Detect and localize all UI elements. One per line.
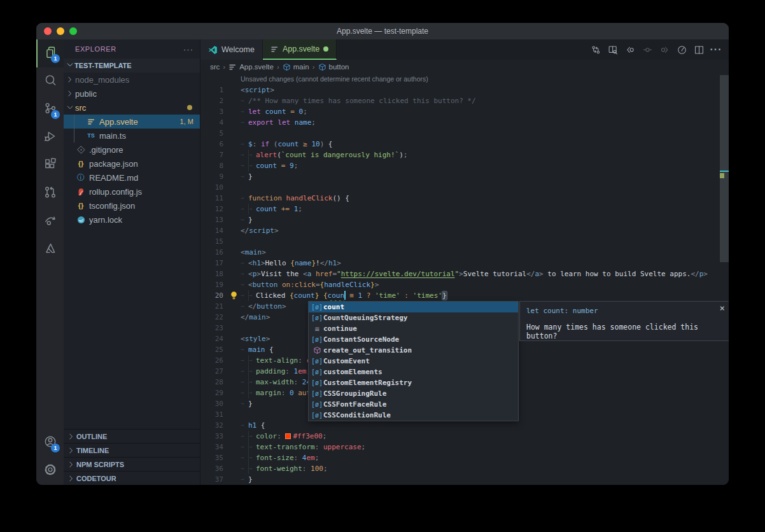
symbol-variable-icon: [ø]	[311, 401, 323, 408]
code-line[interactable]: 34→→text-transform: uppercase;	[200, 442, 729, 452]
code-line[interactable]: 16<main>	[200, 247, 729, 258]
code-line[interactable]: 1<script>	[200, 85, 729, 95]
title-bar[interactable]: App.svelte — test-template	[36, 23, 729, 39]
breadcrumb-item-button[interactable]: button	[318, 63, 349, 71]
svelte-file-icon	[85, 118, 97, 126]
breadcrumb-item-main[interactable]: main	[283, 63, 309, 71]
suggest-item-customElements[interactable]: [ø]customElements	[309, 367, 518, 377]
open-changes-icon[interactable]	[588, 42, 603, 57]
file-tree-item-rollup.config.js[interactable]: rollup.config.js	[64, 185, 200, 199]
open-preview-icon[interactable]	[605, 42, 621, 57]
suggest-item-create_out_transition[interactable]: create_out_transition	[309, 345, 518, 356]
code-line[interactable]: 8→→count = 9;	[200, 160, 729, 171]
code-line[interactable]: 2→/** How many times has someone clicked…	[200, 95, 729, 106]
line-number: 13	[200, 214, 223, 225]
suggest-item-ConstantSourceNode[interactable]: [ø]ConstantSourceNode	[309, 334, 518, 345]
code-line[interactable]: 37→}	[200, 474, 729, 485]
file-tree-item-yarn.lock[interactable]: yarn.lock	[64, 213, 200, 227]
split-editor-icon[interactable]	[691, 42, 706, 57]
activity-search-icon[interactable]	[36, 67, 64, 95]
symbol-module-icon	[311, 346, 323, 354]
code-line[interactable]: 6→$: if (count ≥ 10) {	[200, 139, 729, 150]
suggest-item-continue[interactable]: ≡continue	[309, 323, 518, 334]
code-line[interactable]: 7→→alert(`count is dangerously high!`);	[200, 150, 729, 160]
suggest-item-CSSFontFaceRule[interactable]: [ø]CSSFontFaceRule	[309, 399, 518, 410]
hover-signature: let count: number	[520, 302, 729, 315]
vscode-logo-icon	[208, 45, 218, 55]
code-line[interactable]: 19→<button on:click={handleClick}>	[200, 279, 729, 290]
file-tree-item-.gitignore[interactable]: .gitignore	[64, 143, 200, 157]
line-number: 25	[200, 344, 223, 355]
chevron-right-icon	[65, 89, 75, 98]
codelens-annotation[interactable]: Unsaved changes (cannot determine recent…	[200, 74, 729, 85]
breadcrumb-item-app-svelte[interactable]: App.svelte	[228, 63, 274, 71]
code-line[interactable]: 14</script>	[200, 225, 729, 236]
code-line[interactable]: 4→export let name;	[200, 117, 729, 128]
line-number: 26	[200, 355, 223, 366]
sidebar-panel-codetour[interactable]: CODETOUR	[64, 471, 200, 485]
more-actions-icon[interactable]: ···	[708, 42, 724, 57]
codetour-next-icon[interactable]	[657, 42, 672, 57]
suggest-item-CSSGroupingRule[interactable]: [ø]CSSGroupingRule	[309, 388, 518, 399]
code-line[interactable]: 11→function handleClick() {	[200, 193, 729, 204]
activity-source-control-icon[interactable]: 1	[36, 95, 64, 123]
activity-settings-gear-icon[interactable]	[36, 457, 64, 485]
file-tree-item-public[interactable]: public	[64, 87, 200, 101]
workspace-section-header[interactable]: TEST-TEMPLATE	[64, 59, 200, 73]
code-line[interactable]: 17→<h1>Hello {name}!</h1>	[200, 258, 729, 269]
sidebar-more-icon[interactable]: ···	[183, 45, 193, 54]
file-tree-item-README.md[interactable]: ⓘREADME.md	[64, 171, 200, 185]
code-line[interactable]: 35→→font-size: 4em;	[200, 452, 729, 463]
suggest-item-count[interactable]: [ø]count	[309, 302, 518, 312]
line-number: 12	[200, 204, 223, 214]
line-number: 17	[200, 258, 223, 269]
activity-extensions-icon[interactable]	[36, 151, 64, 179]
scrollbar[interactable]	[720, 75, 729, 262]
codetour-prev-icon[interactable]	[622, 42, 638, 57]
code-line[interactable]: 12→→count += 1;	[200, 204, 729, 214]
file-tree-item-tsconfig.json[interactable]: {}tsconfig.json	[64, 199, 200, 213]
line-number: 33	[200, 431, 223, 442]
file-tree-item-main.ts[interactable]: TSmain.ts	[64, 129, 200, 143]
breadcrumb-item-src[interactable]: src	[210, 63, 220, 71]
code-line[interactable]: 36→→font-weight: 100;	[200, 463, 729, 474]
start-codetour-icon[interactable]	[674, 42, 689, 57]
tab-app-svelte[interactable]: App.svelte	[263, 39, 337, 60]
suggest-item-CustomElementRegistry[interactable]: [ø]CustomElementRegistry	[309, 377, 518, 388]
code-line[interactable]: 20→→Clicked {count} {coun ≡ 1 ? 'time' :…	[200, 290, 729, 301]
sidebar-panel-timeline[interactable]: TIMELINE	[64, 443, 200, 457]
activity-explorer-icon[interactable]: 1	[36, 39, 64, 67]
code-line[interactable]: 10	[200, 182, 729, 193]
activity-run-debug-icon[interactable]	[36, 123, 64, 151]
activity-pull-request-icon[interactable]	[36, 179, 64, 207]
suggest-item-CountQueuingStrategy[interactable]: [ø]CountQueuingStrategy	[309, 312, 518, 323]
code-line[interactable]: 32→h1 {	[200, 420, 729, 431]
code-line[interactable]: 33→→color: #ff3e00;	[200, 431, 729, 442]
suggest-item-CSSConditionRule[interactable]: [ø]CSSConditionRule	[309, 410, 518, 421]
suggest-item-CustomEvent[interactable]: [ø]CustomEvent	[309, 356, 518, 367]
azure-icon	[43, 241, 57, 258]
activity-live-share-icon[interactable]	[36, 207, 64, 235]
code-line[interactable]: 5	[200, 128, 729, 139]
sidebar-panel-outline[interactable]: OUTLINE	[64, 429, 200, 443]
file-tree-item-package.json[interactable]: {}package.json	[64, 157, 200, 171]
file-tree-item-src[interactable]: src	[64, 101, 200, 115]
activity-azure-icon[interactable]	[36, 235, 64, 263]
activity-accounts-icon[interactable]: 1	[36, 429, 64, 457]
code-editor[interactable]: Unsaved changes (cannot determine recent…	[200, 74, 729, 485]
tab-welcome[interactable]: Welcome	[200, 39, 263, 60]
sidebar-panel-npm-scripts[interactable]: NPM SCRIPTS	[64, 457, 200, 471]
close-icon[interactable]: ×	[720, 303, 725, 313]
search-icon	[43, 73, 57, 90]
codetour-step-icon[interactable]	[640, 42, 655, 57]
code-line[interactable]: 18→<p>Visit the <a href="https://svelte.…	[200, 269, 729, 279]
file-tree-item-App.svelte[interactable]: App.svelte1, M	[64, 115, 200, 129]
code-line[interactable]: 13→}	[200, 214, 729, 225]
file-tree-item-node_modules[interactable]: node_modules	[64, 73, 200, 87]
line-number: 1	[200, 85, 223, 95]
code-line[interactable]: 15	[200, 236, 729, 247]
code-line[interactable]: 3→let count = 0;	[200, 106, 729, 117]
symbol-variable-icon: [ø]	[311, 412, 323, 419]
code-line[interactable]: 9→}	[200, 171, 729, 182]
panel-label: NPM SCRIPTS	[76, 461, 124, 468]
